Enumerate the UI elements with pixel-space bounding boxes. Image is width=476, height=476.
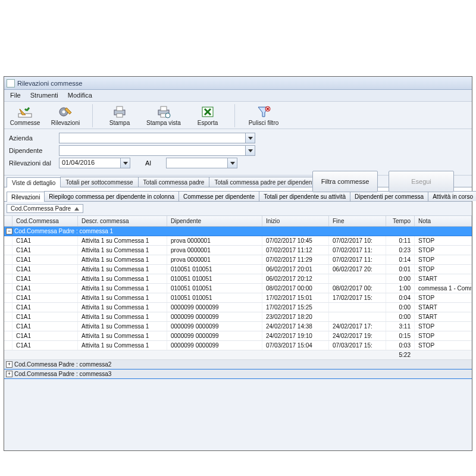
printer-icon — [112, 105, 127, 118]
toolbar-commesse[interactable]: Commesse — [8, 104, 42, 127]
app-window: Rilevazioni commesse File Strumenti Modi… — [4, 76, 472, 451]
date-from[interactable]: 01/04/2016 — [59, 158, 130, 168]
tab-totali-sottocommesse[interactable]: Totali per sottocommesse — [60, 177, 138, 187]
tab-attivita-in-corso[interactable]: Attività in corso — [428, 191, 476, 201]
tab-rilevazioni[interactable]: Rilevazioni — [7, 192, 45, 202]
label-dipendente: Dipendente — [9, 147, 55, 154]
svg-rect-7 — [161, 107, 167, 111]
col-cod-commessa[interactable]: Cod.Commessa — [12, 216, 78, 226]
titlebar[interactable]: Rilevazioni commesse — [4, 77, 472, 90]
filtra-commesse-button[interactable]: Filtra commesse — [312, 171, 378, 192]
col-dipendente[interactable]: Dipendente — [167, 216, 262, 226]
data-grid: Cod.Commessa Descr. commessa Dipendente … — [4, 216, 472, 379]
menu-strumenti[interactable]: Strumenti — [26, 90, 63, 101]
tab-riepilogo-colonna[interactable]: Riepilogo commessa per dipendente in col… — [44, 191, 179, 201]
funnel-clear-icon — [256, 105, 271, 118]
label-al: Al — [134, 159, 162, 167]
group-chip-cod-commessa-padre[interactable]: Cod.Commessa Padre — [7, 204, 83, 213]
label-rilevazioni-dal: Rilevazioni dal — [9, 159, 55, 167]
table-row[interactable]: C1A1Attivita 1 su Commessa 1prova 000000… — [4, 255, 472, 265]
toolbar-esporta[interactable]: Esporta — [190, 104, 225, 127]
menubar: File Strumenti Modifica — [4, 90, 472, 102]
chevron-down-icon[interactable] — [120, 158, 130, 168]
col-inizio[interactable]: Inizio — [262, 216, 329, 226]
toolbar-stampa[interactable]: Stampa — [102, 104, 137, 127]
toolbar: Commesse Rilevazioni Stampa Stam — [4, 102, 472, 129]
chevron-down-icon[interactable] — [245, 133, 255, 143]
collapse-icon[interactable]: − — [6, 228, 12, 234]
col-fine[interactable]: Fine — [329, 216, 386, 226]
table-row[interactable]: C1A1Attivita 1 su Commessa 10000099 0000… — [4, 341, 472, 350]
col-nota[interactable]: Nota — [415, 216, 472, 226]
menu-file[interactable]: File — [5, 90, 26, 101]
esegui-button[interactable]: Esegui — [389, 171, 454, 192]
printer-view-icon — [156, 105, 171, 118]
tab-totali-commessa-padre-dip[interactable]: Totali commessa padre per dipendente — [209, 177, 322, 187]
table-row[interactable]: C1A1Attivita 1 su Commessa 1010051 01005… — [4, 274, 472, 284]
empty-area — [4, 379, 472, 450]
excel-icon — [200, 105, 215, 118]
svg-rect-4 — [117, 107, 123, 111]
combo-azienda[interactable] — [59, 133, 255, 143]
toolbar-pulisci-filtro[interactable]: Pulisci filtro — [245, 104, 283, 127]
group-sum-row: 5:22 — [4, 350, 472, 360]
col-tempo[interactable]: Tempo — [386, 216, 415, 226]
grid-header[interactable]: Cod.Commessa Descr. commessa Dipendente … — [4, 216, 472, 227]
group-by-bar[interactable]: Cod.Commessa Padre — [4, 202, 472, 216]
svg-rect-5 — [117, 114, 123, 117]
table-row[interactable]: C1A1Attivita 1 su Commessa 10000099 0000… — [4, 303, 472, 312]
svg-point-2 — [62, 111, 65, 114]
pencil-check-icon — [17, 105, 33, 118]
col-descr[interactable]: Descr. commessa — [78, 216, 167, 226]
label-azienda: Azienda — [9, 134, 55, 142]
chevron-down-icon[interactable] — [245, 146, 255, 155]
group-row-commessa3[interactable]: + Cod.Commessa Padre : commessa3 — [4, 369, 472, 379]
table-row[interactable]: C1A1Attivita 1 su Commessa 10000099 0000… — [4, 312, 472, 322]
menu-modifica[interactable]: Modifica — [63, 90, 97, 101]
group-row-commessa1[interactable]: − Cod.Commessa Padre : commessa 1 — [4, 227, 472, 236]
sort-asc-icon — [74, 207, 79, 211]
chevron-down-icon[interactable] — [227, 158, 237, 168]
tab-totali-dip-attivita[interactable]: Totali per dipendente su attività — [259, 191, 350, 201]
gear-pencil-icon — [58, 105, 73, 118]
svg-point-9 — [165, 113, 170, 118]
toolbar-rilevazioni[interactable]: Rilevazioni — [48, 104, 83, 127]
group-row-commessa2[interactable]: + Cod.Commessa Padre : commessa2 — [4, 360, 472, 369]
tab-viste-dettaglio[interactable]: Viste di dettaglio — [7, 177, 61, 187]
table-row[interactable]: C1A1Attivita 1 su Commessa 1010051 01005… — [4, 293, 472, 303]
expand-icon[interactable]: + — [6, 361, 12, 368]
app-icon — [7, 79, 15, 87]
table-row[interactable]: C1A1Attivita 1 su Commessa 1010051 01005… — [4, 265, 472, 274]
filter-panel: Azienda Dipendente Rilevazioni dal 01/04… — [4, 129, 472, 176]
table-row[interactable]: C1A1Attivita 1 su Commessa 10000099 0000… — [4, 331, 472, 341]
window-title: Rilevazioni commesse — [17, 80, 82, 87]
table-row[interactable]: C1A1Attivita 1 su Commessa 1prova 000000… — [4, 236, 472, 246]
table-row[interactable]: C1A1Attivita 1 su Commessa 10000099 0000… — [4, 322, 472, 331]
date-to[interactable] — [166, 158, 237, 168]
combo-dipendente[interactable] — [59, 145, 255, 156]
table-row[interactable]: C1A1Attivita 1 su Commessa 1prova 000000… — [4, 246, 472, 255]
tab-commesse-per-dip[interactable]: Commesse per dipendente — [178, 191, 259, 201]
table-row[interactable]: C1A1Attivita 1 su Commessa 1010051 01005… — [4, 284, 472, 293]
tab-totali-commessa-padre[interactable]: Totali commessa padre — [138, 177, 210, 187]
tab-dipendenti-per-commessa[interactable]: Dipendenti per commessa — [350, 191, 428, 201]
expand-icon[interactable]: + — [6, 371, 12, 377]
toolbar-stampa-vista[interactable]: Stampa vista — [143, 104, 184, 127]
